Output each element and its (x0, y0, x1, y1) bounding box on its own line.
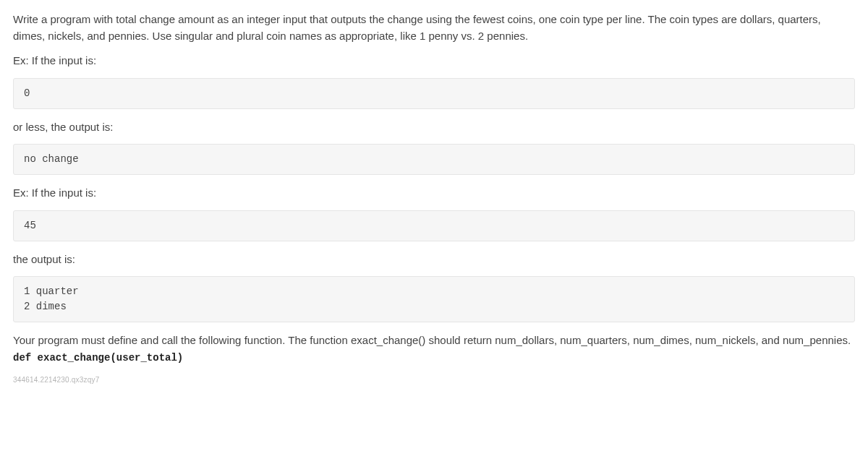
code-block-output-2: 1 quarter 2 dimes (13, 276, 855, 322)
or-less-label: or less, the output is: (13, 119, 855, 136)
code-block-output-1: no change (13, 144, 855, 175)
function-desc-text: Your program must define and call the fo… (13, 334, 851, 346)
example1-label: Ex: If the input is: (13, 53, 855, 69)
code-block-input-2: 45 (13, 210, 855, 241)
intro-paragraph: Write a program with total change amount… (13, 12, 855, 44)
code-block-input-1: 0 (13, 78, 855, 109)
footer-id: 344614.2214230.qx3zqy7 (13, 374, 855, 385)
example2-label: Ex: If the input is: (13, 185, 855, 202)
function-signature: def exact_change(user_total) (13, 352, 183, 364)
problem-description: Write a program with total change amount… (13, 12, 855, 385)
function-description: Your program must define and call the fo… (13, 332, 855, 366)
output-label: the output is: (13, 252, 855, 268)
